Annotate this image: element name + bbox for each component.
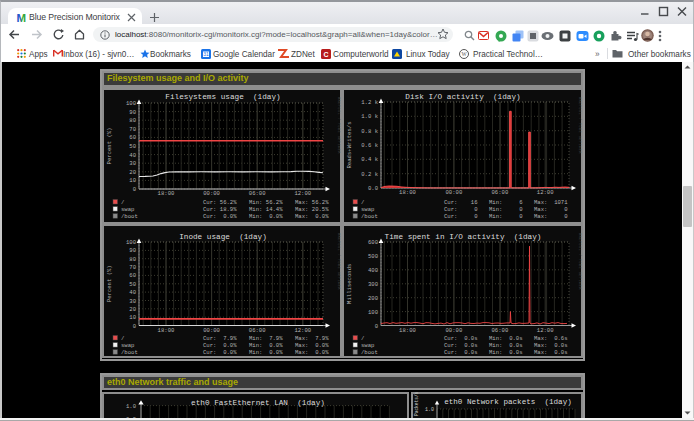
svg-text:Max: 0.0%: Max: 0.0% [295, 213, 329, 220]
svg-text:12:00: 12:00 [537, 189, 554, 196]
svg-text:Milliseconds: Milliseconds [346, 264, 353, 304]
svg-text:12:00: 12:00 [294, 190, 311, 197]
svg-text:80: 80 [129, 117, 136, 124]
svg-text:Max: 1071: Max: 1071 [534, 199, 568, 206]
svg-text:Disk I/O activity (1day): Disk I/O activity (1day) [405, 93, 520, 101]
svg-text:Cur: 56.2%: Cur: 56.2% [203, 199, 237, 206]
svg-text:00:00: 00:00 [446, 189, 463, 196]
svg-text:RRDTOOL / TOBI OETIKER: RRDTOOL / TOBI OETIKER [337, 97, 341, 154]
svg-text:Cur: 0.0s: Cur: 0.0s [444, 342, 478, 349]
svg-text:W: W [461, 51, 467, 57]
svg-text:1.0: 1.0 [126, 403, 137, 410]
svg-text:Cur: 0: Cur: 0 [444, 206, 478, 213]
svg-text:Reads+Writes/s: Reads+Writes/s [346, 122, 353, 169]
svg-text:Cur: 7.9%: Cur: 7.9% [203, 335, 237, 342]
svg-text:Min: 6: Min: 6 [489, 199, 523, 206]
svg-text:Min: 7.9%: Min: 7.9% [249, 335, 283, 342]
svg-text:10: 10 [129, 177, 136, 184]
svg-text:Min: 0.0%: Min: 0.0% [249, 213, 283, 220]
svg-text:20: 20 [129, 306, 136, 313]
svg-text:600: 600 [368, 239, 379, 246]
svg-text:18:00: 18:00 [399, 327, 416, 334]
svg-text:swap: swap [121, 206, 134, 213]
svg-text:18:00: 18:00 [158, 190, 175, 197]
svg-text:50: 50 [129, 143, 136, 150]
svg-text:swap: swap [121, 342, 134, 349]
svg-text:40: 40 [129, 289, 136, 296]
svg-text:Max: 0: Max: 0 [534, 206, 568, 213]
svg-text:Filesystems usage (1day): Filesystems usage (1day) [165, 93, 280, 101]
svg-text:200: 200 [368, 295, 379, 302]
svg-text:eth0 Network packets (1day): eth0 Network packets (1day) [444, 398, 572, 406]
svg-text:70: 70 [129, 264, 136, 271]
svg-text:RRDTOOL / TOBI OETIKER: RRDTOOL / TOBI OETIKER [337, 233, 341, 290]
svg-text:RRDTOOL / TOBI OETIKER: RRDTOOL / TOBI OETIKER [578, 97, 582, 154]
svg-text:00:00: 00:00 [203, 190, 220, 197]
svg-text:06:00: 06:00 [249, 190, 266, 197]
svg-text:Min: 0: Min: 0 [489, 206, 523, 213]
svg-text:Cur: 18.9%: Cur: 18.9% [203, 206, 237, 213]
svg-text:Cur: 0.0s: Cur: 0.0s [444, 335, 478, 342]
svg-text:Min: 0.0s: Min: 0.0s [489, 349, 523, 356]
svg-text:Max: 0.0%: Max: 0.0% [295, 349, 329, 356]
svg-text:Max: 0.0s: Max: 0.0s [534, 349, 568, 356]
svg-text:Inode usage (1day): Inode usage (1day) [179, 233, 267, 241]
svg-text:RRDTOOL / TOBI OETIKER: RRDTOOL / TOBI OETIKER [578, 233, 582, 290]
svg-text:300: 300 [368, 281, 379, 288]
svg-text:10: 10 [129, 314, 136, 321]
svg-text:00:00: 00:00 [203, 327, 220, 334]
svg-text:20: 20 [129, 169, 136, 176]
svg-text:100: 100 [368, 309, 379, 316]
svg-text:50: 50 [129, 281, 136, 288]
svg-text:Min: 0.0s: Min: 0.0s [489, 342, 523, 349]
svg-text:Max: 56.2%: Max: 56.2% [295, 199, 329, 206]
svg-text:60: 60 [129, 134, 136, 141]
svg-text:/boot: /boot [121, 213, 138, 220]
svg-text:Min: 0.0%: Min: 0.0% [249, 349, 283, 356]
svg-text:1.2 k: 1.2 k [361, 99, 378, 106]
svg-text:31: 31 [203, 51, 209, 57]
svg-text:Packets/s: Packets/s [414, 392, 419, 416]
svg-text:0.0: 0.0 [368, 185, 379, 192]
svg-text:Cur: 0.0%: Cur: 0.0% [203, 213, 237, 220]
svg-text:Cur: 0.0%: Cur: 0.0% [203, 342, 237, 349]
svg-text:12:00: 12:00 [537, 327, 554, 334]
svg-text:Max: 0: Max: 0 [534, 213, 568, 220]
svg-text:500: 500 [368, 253, 379, 260]
svg-text:06:00: 06:00 [492, 189, 509, 196]
svg-text:Min: 0.0s: Min: 0.0s [489, 335, 523, 342]
svg-text:70: 70 [129, 126, 136, 133]
svg-text:18:00: 18:00 [399, 189, 416, 196]
svg-text:Max: 0.0%: Max: 0.0% [295, 342, 329, 349]
svg-text:/boot: /boot [121, 349, 138, 356]
svg-text:Min: 0.0%: Min: 0.0% [249, 342, 283, 349]
svg-text:100: 100 [126, 239, 137, 246]
svg-text:Max: 0.0s: Max: 0.0s [534, 342, 568, 349]
svg-text:Time spent in I/O activity (1: Time spent in I/O activity (1day) [385, 233, 542, 241]
svg-text:1.0 k: 1.0 k [361, 113, 378, 120]
svg-text:Percent (%): Percent (%) [106, 265, 113, 302]
svg-text:06:00: 06:00 [492, 327, 509, 334]
svg-text:/boot: /boot [361, 349, 378, 356]
svg-text:0.8 k: 0.8 k [361, 128, 378, 135]
svg-text:30: 30 [129, 298, 136, 305]
svg-text:80: 80 [129, 256, 136, 263]
svg-text:00:00: 00:00 [446, 327, 463, 334]
svg-text:12:00: 12:00 [294, 327, 311, 334]
svg-text:40: 40 [129, 152, 136, 159]
svg-text:Max: 0.6s: Max: 0.6s [534, 335, 568, 342]
svg-text:Cur: 16: Cur: 16 [444, 199, 478, 206]
svg-text:Min: 0: Min: 0 [489, 213, 523, 220]
svg-text:60: 60 [129, 272, 136, 279]
svg-text:0.6 k: 0.6 k [361, 142, 378, 149]
svg-text:M: M [17, 12, 27, 24]
svg-text:0.4 k: 0.4 k [361, 156, 378, 163]
svg-text:100: 100 [126, 100, 137, 107]
svg-text:Min: 14.4%: Min: 14.4% [249, 206, 283, 213]
svg-text:30: 30 [129, 160, 136, 167]
svg-text:Max: 20.5%: Max: 20.5% [295, 206, 329, 213]
svg-text:90: 90 [129, 109, 136, 116]
svg-text:0.2 k: 0.2 k [361, 171, 378, 178]
svg-text:90: 90 [129, 247, 136, 254]
svg-text:Cur: 0.0%: Cur: 0.0% [203, 349, 237, 356]
